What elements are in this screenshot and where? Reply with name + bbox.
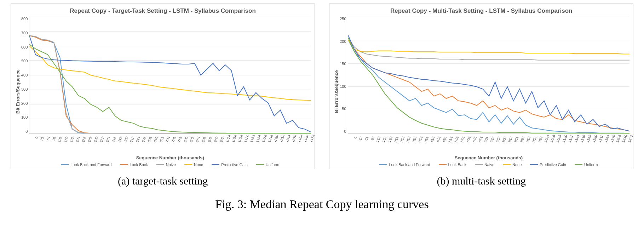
series-line [29,36,311,133]
subcaption-b: (b) multi-task setting [329,175,633,187]
chart-b-lines [348,17,630,133]
chart-a-ylabel: Bit Errors/Sequence [15,17,21,167]
chart-a-xlabel: Sequence Number (thousands) [29,155,311,160]
legend-label: Look Back and Forward [70,163,111,167]
legend-swatch [120,164,128,165]
series-line [348,38,630,133]
chart-b-yaxis: 250200150100500 [340,17,347,133]
legend-item: None [184,163,203,167]
legend-item: Naive [475,163,494,167]
legend-swatch [184,164,192,165]
chart-b-legend: Look Back and ForwardLook BackNaiveNoneP… [348,163,630,167]
legend-label: Predictive Gain [540,163,566,167]
subcaption-a: (a) target-task setting [11,175,315,187]
legend-label: Uniform [584,163,598,167]
legend-swatch [379,164,387,165]
series-line [348,40,630,133]
chart-b-title: Repeat Copy - Multi-Task Setting - LSTM … [333,7,629,15]
chart-b: Repeat Copy - Multi-Task Setting - LSTM … [329,4,633,169]
legend-item: Look Back [439,163,466,167]
legend-label: None [512,163,522,167]
legend-swatch [256,164,264,165]
series-line [348,38,630,60]
legend-item: Uniform [256,163,280,167]
legend-item: Look Back and Forward [61,163,111,167]
chart-a-yaxis: 8007006005004003002001000 [21,17,29,133]
legend-item: Look Back [120,163,148,167]
legend-label: Look Back [130,163,148,167]
chart-a-lines [29,17,311,133]
chart-a-xaxis: 0326496128160192224256288320352384416448… [29,134,311,154]
legend-swatch [212,164,219,165]
series-line [29,46,311,101]
figure-container: { "figure_caption": "Fig. 3: Median Repe… [0,0,644,250]
chart-b-xlabel: Sequence Number (thousands) [348,155,630,160]
series-line [348,38,630,131]
legend-item: None [503,163,522,167]
legend-label: Uniform [266,163,280,167]
chart-b-xaxis: 0326496128160192224256288320352384416448… [348,134,630,154]
legend-swatch [530,164,538,165]
legend-label: Predictive Gain [221,163,248,167]
chart-a: Repeat Copy - Target-Task Setting - LSTM… [11,4,315,169]
series-line [348,40,630,54]
legend-item: Predictive Gain [530,163,566,167]
chart-a-plot [29,17,311,134]
charts-row: Repeat Copy - Target-Task Setting - LSTM… [11,4,633,187]
chart-a-legend: Look Back and ForwardLook BackNaiveNoneP… [29,163,311,167]
legend-label: None [194,163,203,167]
legend-item: Predictive Gain [212,163,248,167]
series-line [29,44,311,133]
legend-swatch [475,164,483,165]
legend-label: Look Back and Forward [389,163,430,167]
legend-swatch [61,164,69,165]
chart-a-title: Repeat Copy - Target-Task Setting - LSTM… [15,7,311,15]
series-line [29,36,311,133]
series-line [29,36,311,133]
legend-swatch [156,164,164,165]
series-line [29,36,311,132]
legend-item: Naive [156,163,176,167]
panel-b: Repeat Copy - Multi-Task Setting - LSTM … [329,4,633,187]
chart-b-plot [348,17,630,134]
legend-label: Naive [166,163,176,167]
legend-swatch [575,164,582,165]
legend-item: Look Back and Forward [379,163,430,167]
legend-label: Look Back [448,163,466,167]
legend-label: Naive [484,163,494,167]
panel-a: Repeat Copy - Target-Task Setting - LSTM… [11,4,315,187]
legend-swatch [439,164,447,165]
figure-caption: Fig. 3: Median Repeat Copy learning curv… [11,198,633,211]
legend-item: Uniform [575,163,598,167]
series-line [348,35,630,131]
legend-swatch [503,164,511,165]
chart-b-ylabel: Bi Errors/Sequence [333,17,340,167]
